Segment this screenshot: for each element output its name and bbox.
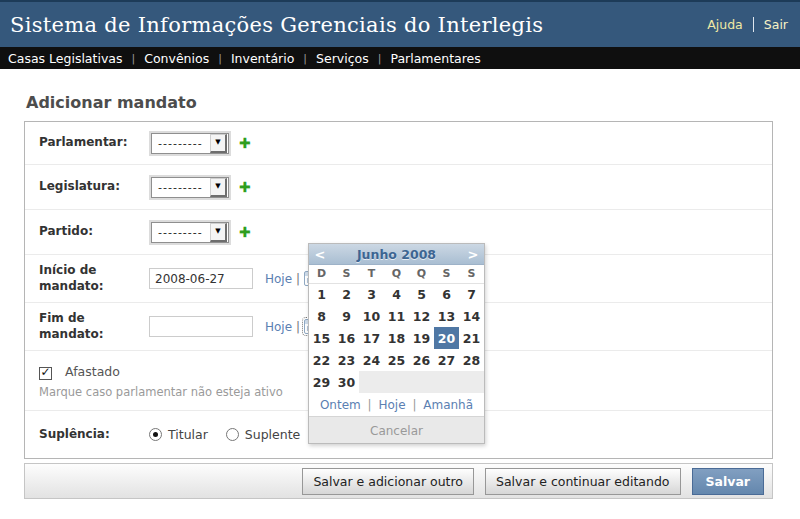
calendar-day[interactable]: 7 [459, 283, 484, 305]
calendar-today-link[interactable]: Hoje [378, 398, 405, 412]
chevron-down-icon: ▼ [210, 223, 227, 242]
parlamentar-row: Parlamentar: --------- ▼ ✚ [25, 122, 772, 164]
inicio-separator: | [296, 272, 300, 286]
legislatura-select[interactable]: --------- ▼ [149, 175, 231, 200]
partido-select-value: --------- [152, 226, 210, 239]
nav-separator: | [378, 52, 382, 65]
afastado-label[interactable]: Afastado [65, 364, 120, 379]
nav-convenios[interactable]: Convênios [144, 51, 209, 66]
calendar-day[interactable]: 19 [409, 327, 434, 349]
calendar-day[interactable]: 1 [309, 283, 334, 305]
calendar-next-button[interactable]: > [462, 244, 484, 265]
calendar-day[interactable]: 12 [409, 305, 434, 327]
nav-inventario[interactable]: Inventário [231, 51, 294, 66]
calendar-day[interactable]: 6 [434, 283, 459, 305]
inicio-mandato-label: Início de mandato: [39, 263, 149, 294]
calendar-grid: D S T Q Q S S 1 2 3 4 5 6 7 8 9 10 [309, 265, 484, 393]
calendar-day[interactable]: 28 [459, 349, 484, 371]
nav-separator: | [303, 52, 307, 65]
calendar-header: < Junho 2008 > [309, 244, 484, 265]
calendar-day[interactable]: 5 [409, 283, 434, 305]
calendar-day[interactable]: 26 [409, 349, 434, 371]
weekday-header: S [334, 265, 359, 283]
calendar-empty-cell [434, 371, 459, 393]
help-link[interactable]: Ajuda [707, 17, 743, 32]
calendar-day[interactable]: 9 [334, 305, 359, 327]
fim-mandato-label: Fim de mandato: [39, 311, 149, 342]
suplente-radio-label[interactable]: Suplente [245, 427, 300, 442]
calendar-day[interactable]: 3 [359, 283, 384, 305]
save-continue-editing-button[interactable]: Salvar e continuar editando [485, 468, 681, 495]
suplente-radio[interactable] [226, 428, 239, 441]
calendar-empty-cell [359, 371, 384, 393]
nav-separator: | [218, 52, 222, 65]
titular-radio-label[interactable]: Titular [168, 427, 208, 442]
calendar-day[interactable]: 27 [434, 349, 459, 371]
parlamentar-select[interactable]: --------- ▼ [149, 131, 231, 156]
nav-parlamentares[interactable]: Parlamentares [390, 51, 480, 66]
fim-separator: | [296, 320, 300, 334]
calendar-day[interactable]: 4 [384, 283, 409, 305]
calendar-tomorrow-link[interactable]: Amanhã [423, 398, 473, 412]
save-button[interactable]: Salvar [692, 468, 764, 495]
calendar-day[interactable]: 8 [309, 305, 334, 327]
calendar-day[interactable]: 21 [459, 327, 484, 349]
suplencia-label: Suplência: [39, 427, 149, 443]
partido-select[interactable]: --------- ▼ [149, 220, 231, 245]
titular-radio[interactable] [149, 428, 162, 441]
add-legislatura-button[interactable]: ✚ [239, 180, 251, 194]
header-separator [753, 17, 754, 32]
calendar-day[interactable]: 2 [334, 283, 359, 305]
fim-hoje-link[interactable]: Hoje [265, 320, 292, 334]
calendar-cancel-button[interactable]: Cancelar [370, 424, 423, 438]
fim-mandato-input[interactable] [149, 316, 253, 337]
weekday-header: S [434, 265, 459, 283]
save-add-another-button[interactable]: Salvar e adicionar outro [302, 468, 474, 495]
header-links: Ajuda Sair [707, 17, 788, 32]
submit-row: Salvar e adicionar outro Salvar e contin… [24, 463, 773, 499]
weekday-header: D [309, 265, 334, 283]
chevron-down-icon: ▼ [210, 178, 227, 197]
calendar-day[interactable]: 24 [359, 349, 384, 371]
calendar-cancel-bar: Cancelar [309, 416, 484, 443]
calendar-day[interactable]: 30 [334, 371, 359, 393]
calendar-day[interactable]: 25 [384, 349, 409, 371]
afastado-checkbox[interactable]: ✓ [39, 367, 52, 380]
nav-servicos[interactable]: Serviços [316, 51, 369, 66]
weekday-header: Q [384, 265, 409, 283]
calendar-day[interactable]: 13 [434, 305, 459, 327]
calendar-day[interactable]: 14 [459, 305, 484, 327]
calendar-day-selected[interactable]: 20 [434, 327, 459, 349]
nav-separator: | [131, 52, 135, 65]
parlamentar-select-value: --------- [152, 137, 210, 150]
parlamentar-label: Parlamentar: [39, 135, 149, 151]
calendar-day[interactable]: 16 [334, 327, 359, 349]
calendar-popup: < Junho 2008 > D S T Q Q S S 1 2 3 4 5 6 [308, 243, 485, 444]
legislatura-row: Legislatura: --------- ▼ ✚ [25, 164, 772, 209]
inicio-mandato-input[interactable] [149, 268, 253, 289]
calendar-day[interactable]: 23 [334, 349, 359, 371]
calendar-day[interactable]: 22 [309, 349, 334, 371]
logout-link[interactable]: Sair [764, 17, 788, 32]
add-parlamentar-button[interactable]: ✚ [239, 136, 251, 150]
calendar-prev-button[interactable]: < [309, 244, 331, 265]
app-header: Sistema de Informações Gerenciais do Int… [0, 0, 800, 47]
page-title: Adicionar mandato [26, 93, 773, 112]
calendar-day[interactable]: 29 [309, 371, 334, 393]
weekday-header: S [459, 265, 484, 283]
legislatura-select-value: --------- [152, 181, 210, 194]
calendar-day[interactable]: 18 [384, 327, 409, 349]
weekday-header: Q [409, 265, 434, 283]
calendar-yesterday-link[interactable]: Ontem [320, 398, 361, 412]
inicio-hoje-link[interactable]: Hoje [265, 272, 292, 286]
calendar-day[interactable]: 11 [384, 305, 409, 327]
calendar-day[interactable]: 15 [309, 327, 334, 349]
nav-casas-legislativas[interactable]: Casas Legislativas [8, 51, 122, 66]
calendar-month-title: Junho 2008 [331, 247, 462, 262]
main-nav: Casas Legislativas | Convênios | Inventá… [0, 47, 800, 69]
calendar-day[interactable]: 10 [359, 305, 384, 327]
add-partido-button[interactable]: ✚ [239, 225, 251, 239]
calendar-day[interactable]: 17 [359, 327, 384, 349]
calendar-links-separator: | [368, 398, 372, 412]
calendar-empty-cell [459, 371, 484, 393]
